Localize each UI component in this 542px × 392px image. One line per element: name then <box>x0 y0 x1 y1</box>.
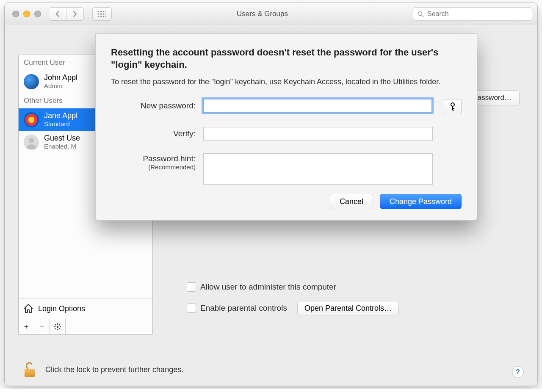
chevron-left-icon <box>55 11 60 17</box>
content-area: Current User John Appl Admin Other Users… <box>5 25 537 386</box>
svg-rect-10 <box>103 16 104 17</box>
parental-checkbox-row: Enable parental controls Open Parental C… <box>187 301 399 315</box>
titlebar: Users & Groups <box>5 3 537 25</box>
svg-rect-25 <box>25 369 35 377</box>
login-options-label: Login Options <box>38 304 85 313</box>
add-user-button[interactable]: + <box>19 319 34 334</box>
key-icon <box>450 102 456 111</box>
back-button[interactable] <box>49 8 66 20</box>
svg-line-21 <box>55 324 56 325</box>
svg-rect-7 <box>105 14 106 15</box>
new-password-label: New password: <box>111 99 196 110</box>
password-hint-input[interactable] <box>203 153 433 185</box>
parental-checkbox[interactable] <box>187 304 196 313</box>
house-icon <box>23 303 34 314</box>
svg-rect-3 <box>105 11 106 12</box>
avatar-earth-icon <box>24 74 39 89</box>
svg-rect-9 <box>100 16 102 17</box>
user-role: Enabled, M <box>44 143 80 150</box>
reset-password-sheet: Resetting the account password doesn't r… <box>95 33 477 221</box>
search-field[interactable] <box>413 7 532 21</box>
change-password-button[interactable]: Change Password <box>380 194 462 209</box>
svg-line-13 <box>422 15 424 17</box>
prefs-window: Users & Groups Current User John Appl Ad… <box>4 3 538 386</box>
new-password-input[interactable] <box>203 99 432 113</box>
admin-checkbox-label: Allow user to administer this computer <box>200 282 336 292</box>
sheet-subtext: To reset the password for the "login" ke… <box>111 77 462 87</box>
forward-button[interactable] <box>66 8 83 20</box>
svg-line-23 <box>55 329 56 329</box>
svg-rect-5 <box>100 14 102 15</box>
window-controls <box>10 11 41 17</box>
svg-rect-1 <box>100 11 102 12</box>
password-hint-label: Password hint: <box>111 154 196 163</box>
show-all-button[interactable] <box>92 7 112 21</box>
user-role: Admin <box>44 82 77 89</box>
remove-user-button[interactable]: − <box>34 319 50 334</box>
close-window-button[interactable] <box>12 11 19 17</box>
svg-point-16 <box>57 326 58 328</box>
cancel-button[interactable]: Cancel <box>330 194 373 209</box>
svg-rect-6 <box>103 14 104 15</box>
open-parental-controls-button[interactable]: Open Parental Controls… <box>297 301 399 315</box>
user-role: Standard <box>44 120 77 127</box>
svg-rect-4 <box>98 14 99 15</box>
minimize-window-button[interactable] <box>23 11 30 17</box>
gear-icon <box>54 323 61 330</box>
parental-checkbox-label: Enable parental controls <box>200 304 287 313</box>
chevron-right-icon <box>72 11 77 17</box>
grid-icon <box>98 11 106 17</box>
lock-text: Click the lock to prevent further change… <box>45 365 183 374</box>
verify-password-input[interactable] <box>203 127 433 141</box>
svg-rect-0 <box>98 11 99 12</box>
admin-checkbox-row: Allow user to administer this computer <box>187 282 399 292</box>
sheet-heading: Resetting the account password doesn't r… <box>111 47 462 71</box>
password-hint-sublabel: (Recommended) <box>111 163 196 171</box>
window-title: Users & Groups <box>116 10 409 18</box>
avatar-target-icon <box>24 112 39 127</box>
svg-point-15 <box>29 138 34 143</box>
svg-line-24 <box>59 324 60 325</box>
sidebar-tools: + − <box>19 319 152 334</box>
avatar-guest-icon <box>24 135 39 150</box>
lock-row: Click the lock to prevent further change… <box>22 360 183 379</box>
search-icon <box>418 11 424 17</box>
svg-line-22 <box>59 329 60 329</box>
user-name: Guest Use <box>44 134 80 142</box>
svg-rect-2 <box>103 11 104 12</box>
svg-point-26 <box>451 103 454 106</box>
zoom-window-button[interactable] <box>34 11 41 17</box>
nav-back-forward <box>49 7 84 21</box>
login-options-row[interactable]: Login Options <box>19 298 152 319</box>
unlocked-lock-icon[interactable] <box>22 360 37 379</box>
help-button[interactable]: ? <box>512 366 524 378</box>
admin-checkbox[interactable] <box>187 282 196 292</box>
search-input[interactable] <box>426 10 528 18</box>
svg-rect-8 <box>98 16 99 17</box>
svg-rect-11 <box>105 16 106 17</box>
action-menu-button[interactable] <box>50 319 66 334</box>
user-name: Jane Appl <box>44 112 77 119</box>
options-area: Allow user to administer this computer E… <box>187 282 399 325</box>
password-assistant-button[interactable] <box>444 99 462 114</box>
verify-label: Verify: <box>111 127 196 138</box>
user-name: John Appl <box>44 74 77 81</box>
